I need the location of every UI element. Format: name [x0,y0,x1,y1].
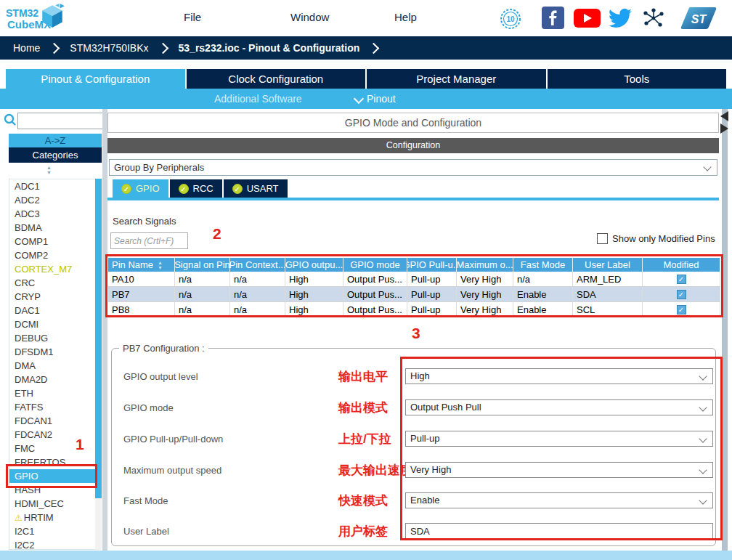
config-row-fast-mode: Fast Mode快速模式Enable [112,492,715,508]
facebook-icon[interactable] [542,7,564,32]
sidebar-item-adc1[interactable]: ADC1 [9,179,101,193]
modified-checkbox[interactable]: ✓ [677,275,686,284]
column-header-gpio-pull-u[interactable]: GPIO Pull-u... [407,258,457,272]
sidebar-item-cortex-m7[interactable]: CORTEX_M7 [9,262,101,276]
column-header-modified[interactable]: Modified [643,258,720,272]
sort-spinner[interactable]: ▲▼ [46,165,52,175]
table-row-pb7[interactable]: PB7n/an/aHighOutput Pus...Pull-upVery Hi… [108,287,720,302]
peripheral-tab-usart[interactable]: ✓USART [224,179,288,198]
group-by-peripherals-select[interactable]: Group By Peripherals [109,159,717,176]
annotation-number-3: 3 [412,325,420,342]
gpio-output-level-select[interactable]: High [405,368,713,384]
sidebar-item-bdma[interactable]: BDMA [9,221,101,235]
column-header-signal-on-pin[interactable]: Signal on Pin [175,258,230,272]
table-row-pa10[interactable]: PA10n/an/aHighOutput Pus...Pull-upVery H… [108,272,720,287]
svg-text:ST: ST [691,13,707,25]
peripheral-tab-label: GPIO [136,183,160,194]
column-header-pin-name[interactable]: Pin Name▲▼ [108,258,175,272]
menu-file[interactable]: File [184,11,201,23]
sidebar-item-hash[interactable]: HASH [9,483,101,497]
breadcrumb-item-53-rs232-ioc-pinout-configuration[interactable]: 53_rs232.ioc - Pinout & Configuration [179,42,360,54]
sidebar-item-comp2[interactable]: COMP2 [9,248,101,262]
pb7-configuration-legend: PB7 Configuration : [119,343,208,354]
stm32cubemx-window: STM32 CubeMX File Window Help 10 [0,0,732,560]
tab-clock-configuration[interactable]: Clock Configuration [187,69,367,89]
breadcrumb-item-stm32h750ibkx[interactable]: STM32H750IBKx [70,42,148,54]
column-header-gpio-outpu[interactable]: GPIO outpu... [285,258,343,272]
menu-window[interactable]: Window [290,11,329,23]
sidebar-item-i2c2[interactable]: I2C2 [9,538,101,550]
search-signals-input[interactable] [110,232,188,249]
user-label-input[interactable] [405,523,713,539]
sidebar-item-dfsdm1[interactable]: DFSDM1 [9,345,101,359]
sidebar-item-label: FATFS [15,402,43,413]
maximum-output-speed-select[interactable]: Very High [405,462,713,478]
sidebar-item-comp1[interactable]: COMP1 [9,235,101,248]
sidebar-item-cryp[interactable]: CRYP [9,290,101,304]
breadcrumb-item-home[interactable]: Home [13,42,40,54]
sidebar-item-gpio[interactable]: GPIO [9,469,101,483]
mode-config-header: GPIO Mode and Configuration [107,113,719,133]
additional-software-link[interactable]: Additional Software [214,93,302,105]
column-header-gpio-mode[interactable]: GPIO mode [343,258,407,272]
column-header-user-label[interactable]: User Label [573,258,643,272]
sidebar-item-eth[interactable]: ETH [9,386,101,400]
sidebar-item-debug[interactable]: DEBUG [9,331,101,345]
peripheral-tab-gpio[interactable]: ✓GPIO [113,179,168,198]
table-header-row: Pin Name▲▼Signal on PinPin Context...GPI… [108,258,720,272]
sidebar-item-dma[interactable]: DMA [9,359,101,373]
tab-pinout-configuration[interactable]: Pinout & Configuration [6,69,187,89]
column-header-maximum-o[interactable]: Maximum o... [457,258,513,272]
sidebar-item-fmc[interactable]: FMC [9,442,101,455]
menu-help[interactable]: Help [394,11,417,23]
peripheral-tab-rcc[interactable]: ✓RCC [170,179,222,198]
modified-checkbox[interactable]: ✓ [677,290,686,299]
node-graph-icon[interactable] [642,7,665,33]
table-row-pb8[interactable]: PB8n/an/aHighOutput Pus...Pull-upVery Hi… [108,302,720,317]
sidebar-item-dma2d[interactable]: DMA2D [9,373,101,386]
sidebar-item-hdmi-cec[interactable]: HDMI_CEC [9,497,101,511]
collapse-left-icon[interactable] [720,111,728,121]
stm32cubemx-logo: STM32 CubeMX [6,3,71,35]
sort-az-button[interactable]: A->Z [9,134,102,147]
sidebar-item-i2c1[interactable]: I2C1 [9,524,101,538]
cell-gpio-pull-u: Pull-up [407,287,457,301]
tab-project-manager[interactable]: Project Manager [367,69,548,89]
config-row-user-label: User Label用户标签 [112,523,715,539]
sidebar-item-fdcan1[interactable]: FDCAN1 [9,414,101,428]
sidebar-item-dac1[interactable]: DAC1 [9,304,101,317]
sidebar-scrollbar-thumb[interactable] [95,179,102,498]
sidebar-item-fatfs[interactable]: FATFS [9,400,101,414]
annotation-number-1: 1 [76,436,84,453]
search-signals-label: Search Signals [113,216,176,227]
sidebar-item-fdcan2[interactable]: FDCAN2 [9,428,101,442]
cell-user-label: ARM_LED [573,272,643,286]
sidebar-search-input[interactable] [17,113,105,129]
sidebar-item-adc2[interactable]: ADC2 [9,193,101,207]
sidebar-item-freertos[interactable]: FREERTOS [9,455,101,469]
panel-splitter[interactable] [722,109,728,551]
sidebar-item-crc[interactable]: CRC [9,276,101,290]
collapse-right-icon[interactable] [720,123,728,134]
sidebar-item-label: HRTIM [24,512,54,523]
tab-tools[interactable]: Tools [548,69,727,89]
pinout-menu[interactable]: Pinout [367,93,396,105]
youtube-icon[interactable] [574,9,601,31]
sidebar-item-adc3[interactable]: ADC3 [9,207,101,221]
sidebar-item-label: COMP2 [15,250,48,261]
column-header-pin-context[interactable]: Pin Context... [230,258,285,272]
twitter-icon[interactable] [609,7,632,33]
sidebar-item-dcmi[interactable]: DCMI [9,317,101,331]
gpio-mode-select[interactable]: Output Push Pull [405,399,713,415]
modified-checkbox[interactable]: ✓ [677,305,686,315]
sidebar-item-hrtim[interactable]: ⚠HRTIM [9,511,101,524]
categories-button[interactable]: Categories [9,147,102,163]
column-header-fast-mode[interactable]: Fast Mode [513,258,573,272]
show-modified-checkbox[interactable] [597,233,608,244]
fast-mode-select[interactable]: Enable [405,492,713,508]
cell-fast-mode: Enable [513,287,573,301]
gpio-pull-up-pull-down-select[interactable]: Pull-up [405,431,713,447]
sidebar-item-label: CRYP [15,291,41,302]
cell-user-label: SCL [573,302,643,317]
top-bar: STM32 CubeMX File Window Help 10 [0,0,732,36]
